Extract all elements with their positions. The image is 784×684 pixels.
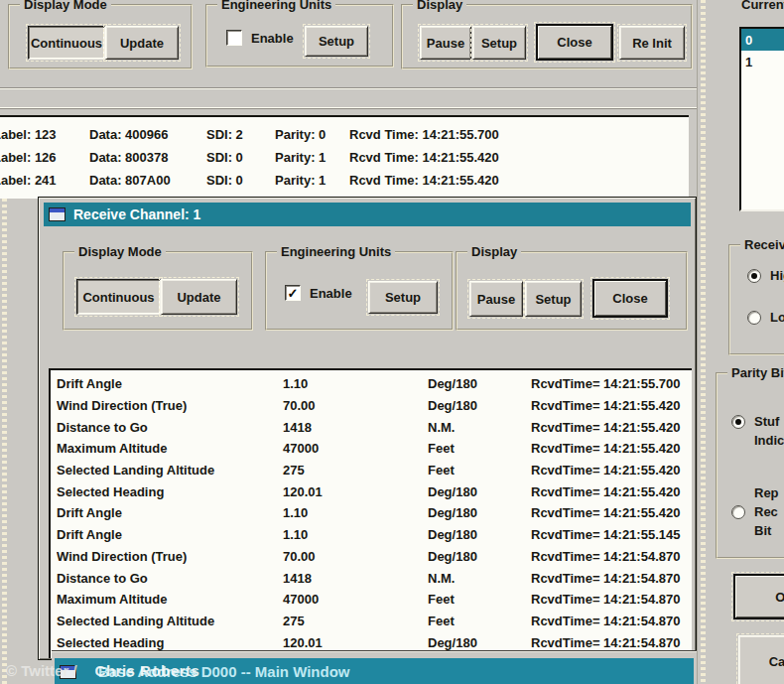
group-parity-bit: Parity Bit Stuf Indic Rep Rec Bit xyxy=(716,372,784,559)
raw-data: Data: 800378 xyxy=(89,150,206,165)
engineering-data-list[interactable]: Drift Angle 1.10 Deg/180 RcvdTime= 14:21… xyxy=(49,368,692,658)
close-button[interactable]: Close xyxy=(536,24,613,61)
param-units: Deg/180 xyxy=(428,398,531,413)
param-value: 1.10 xyxy=(283,376,428,391)
radio-low[interactable]: Lo xyxy=(747,310,784,325)
param-time: RcvdTime= 14:21:54.870 xyxy=(531,592,692,607)
data-row: Maximum Altitude 47000 Feet RcvdTime= 14… xyxy=(51,589,692,611)
raw-label: Label: 126 xyxy=(0,150,89,165)
group-label: Engineering Units xyxy=(277,244,395,259)
param-time: RcvdTime= 14:21:55.420 xyxy=(531,505,692,520)
panel-edge-decor xyxy=(701,0,706,684)
enable-label: Enable xyxy=(251,31,294,46)
raw-parity: Parity: 0 xyxy=(275,127,349,142)
update-button[interactable]: Update xyxy=(161,279,237,315)
data-row: Selected Landing Altitude 275 Feet RcvdT… xyxy=(51,611,692,632)
param-name: Wind Direction (True) xyxy=(57,398,283,413)
param-units: Deg/180 xyxy=(428,376,531,391)
continuous-button[interactable]: Continuous xyxy=(76,279,161,315)
raw-data-row: Label: 126 Data: 800378 SDI: 0 Parity: 1… xyxy=(0,146,689,169)
window-title: Receive Channel: 1 xyxy=(73,206,200,222)
group-label: Parity Bit xyxy=(727,365,784,380)
list-item[interactable]: 0 xyxy=(741,29,784,51)
param-name: Distance to Go xyxy=(57,420,283,435)
param-units: Feet xyxy=(428,463,531,478)
close-button[interactable]: Close xyxy=(592,279,668,318)
data-row: Drift Angle 1.10 Deg/180 RcvdTime= 14:21… xyxy=(51,502,692,524)
param-time: RcvdTime= 14:21:54.870 xyxy=(531,571,692,586)
param-value: 275 xyxy=(283,463,428,478)
pause-button[interactable]: Pause xyxy=(469,281,523,317)
raw-parity: Parity: 1 xyxy=(275,173,349,188)
watermark: © Twitter / Chris Roberts xyxy=(6,662,199,679)
param-units: Deg/180 xyxy=(428,635,531,650)
param-units: Deg/180 xyxy=(428,484,531,499)
raw-sdi: SDI: 2 xyxy=(206,127,275,142)
radio-label-line: Rec xyxy=(754,504,779,519)
raw-data: Data: 400966 xyxy=(89,127,206,142)
raw-time: Rcvd Time: 14:21:55.420 xyxy=(349,173,689,188)
param-time: RcvdTime= 14:21:55.420 xyxy=(531,463,692,478)
param-time: RcvdTime= 14:21:55.145 xyxy=(531,527,692,542)
param-time: RcvdTime= 14:21:54.870 xyxy=(531,614,692,628)
data-row: Distance to Go 1418 N.M. RcvdTime= 14:21… xyxy=(51,567,692,589)
watermark-author: Chris Roberts xyxy=(95,662,200,679)
group-display-top: Display Pause Setup Close Re Init xyxy=(401,4,693,69)
param-units: Deg/180 xyxy=(428,527,531,542)
param-value: 70.00 xyxy=(283,549,428,564)
raw-data-row: Label: 241 Data: 807A00 SDI: 0 Parity: 1… xyxy=(0,169,689,192)
param-units: Deg/180 xyxy=(428,549,531,564)
param-units: Feet xyxy=(428,592,531,607)
setup-button[interactable]: Setup xyxy=(305,26,368,57)
group-label: Display xyxy=(413,0,466,12)
raw-label: Label: 241 xyxy=(0,173,89,188)
update-button[interactable]: Update xyxy=(105,26,179,60)
cancel-button[interactable]: Cancel xyxy=(738,635,784,684)
radio-report-received-bit[interactable]: Rep Rec Bit xyxy=(731,485,779,538)
ok-button[interactable]: OK xyxy=(733,574,784,619)
raw-sdi: SDI: 0 xyxy=(206,150,275,165)
param-value: 120.01 xyxy=(283,635,428,650)
list-item[interactable]: 1 xyxy=(741,51,784,72)
param-value: 275 xyxy=(283,614,428,628)
radio-label-line: Indic xyxy=(754,433,784,448)
param-units: Deg/180 xyxy=(428,505,531,520)
group-display-mode: Display Mode Continuous Update xyxy=(63,251,253,331)
raw-sdi: SDI: 0 xyxy=(206,173,275,188)
data-row: Drift Angle 1.10 Deg/180 RcvdTime= 14:21… xyxy=(51,373,692,395)
group-display: Display Pause Setup Close xyxy=(456,251,688,331)
param-name: Maximum Altitude xyxy=(57,592,283,607)
reinit-button[interactable]: Re Init xyxy=(619,26,685,60)
radio-high[interactable]: Hig xyxy=(747,268,784,283)
setup-button[interactable]: Setup xyxy=(525,281,582,317)
radio-icon xyxy=(731,505,745,519)
param-name: Wind Direction (True) xyxy=(57,549,283,564)
setup-button[interactable]: Setup xyxy=(368,281,438,314)
raw-parity: Parity: 1 xyxy=(275,150,349,165)
param-time: RcvdTime= 14:21:54.870 xyxy=(531,549,692,564)
param-units: Feet xyxy=(428,441,531,456)
receive-channel-window: Receive Channel: 1 Display Mode Continuo… xyxy=(38,197,697,660)
current-listbox[interactable]: 0 1 xyxy=(739,27,784,211)
group-display-mode-top: Display Mode Continuous Update xyxy=(8,4,193,69)
radio-stuff-indicator[interactable]: Stuf Indic xyxy=(731,414,784,448)
radio-label: Hig xyxy=(770,268,784,283)
setup-button[interactable]: Setup xyxy=(472,26,526,60)
window-edge-decor xyxy=(2,199,7,684)
continuous-button[interactable]: Continuous xyxy=(28,26,105,60)
group-label: Engineering Units xyxy=(217,0,335,12)
param-value: 120.01 xyxy=(283,484,428,499)
pause-button[interactable]: Pause xyxy=(420,26,471,60)
screen: Display Mode Continuous Update Engineeri… xyxy=(0,0,784,684)
param-value: 1.10 xyxy=(283,527,428,542)
enable-checkbox[interactable] xyxy=(226,30,242,46)
receive-channel-titlebar[interactable]: Receive Channel: 1 xyxy=(44,203,691,226)
group-label: Display xyxy=(467,244,521,259)
enable-checkbox-checked[interactable]: ✓ xyxy=(285,285,301,301)
enable-label: Enable xyxy=(310,286,352,301)
radio-icon xyxy=(747,311,761,325)
group-engineering-units-top: Engineering Units Enable Setup xyxy=(205,4,394,68)
group-label: Receive xyxy=(740,237,784,252)
param-value: 70.00 xyxy=(283,398,428,413)
data-row: Selected Landing Altitude 275 Feet RcvdT… xyxy=(51,460,692,481)
